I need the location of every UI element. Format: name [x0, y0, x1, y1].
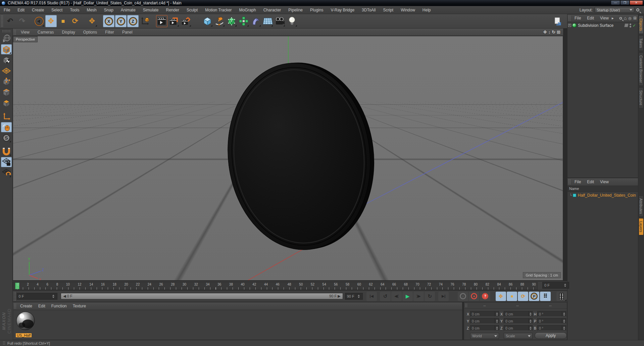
menu-item[interactable]: Window: [397, 6, 419, 14]
scale-field[interactable]: 0 cm: [504, 325, 533, 331]
tab-objects[interactable]: Objects: [639, 15, 644, 34]
rotation-field[interactable]: 0 °: [537, 325, 566, 331]
apply-button[interactable]: Apply: [535, 332, 567, 339]
material-item[interactable]: US_Half: [16, 311, 37, 338]
redo-button[interactable]: ↷: [16, 15, 28, 27]
viewport-menu-item[interactable]: Options: [79, 29, 101, 36]
goto-start-button[interactable]: |◀: [366, 292, 377, 301]
menu-item[interactable]: Mesh: [83, 6, 100, 14]
minimize-button[interactable]: —: [611, 0, 620, 5]
search-icon[interactable]: [636, 8, 639, 11]
menu-item[interactable]: Script: [379, 6, 397, 14]
menu-item[interactable]: 3DToAll: [358, 6, 379, 14]
coordinate-space-select[interactable]: World: [470, 333, 499, 339]
goto-end-button[interactable]: ▶|: [438, 292, 449, 301]
key-pla-button[interactable]: ⠿: [540, 292, 550, 301]
material-swatch[interactable]: [573, 194, 576, 197]
viewport-canvas[interactable]: Y Z X Perspective Grid Spacing : 1 cm: [13, 36, 563, 281]
previous-frame-button[interactable]: ◀(: [391, 292, 402, 301]
workplane-mode-button[interactable]: [1, 66, 12, 76]
menu-item[interactable]: Sculpt: [183, 6, 201, 14]
key-scale-button[interactable]: ■: [507, 292, 517, 301]
deformer-button[interactable]: [250, 15, 261, 27]
light-button[interactable]: [286, 15, 298, 27]
layout-select[interactable]: Startup (User): [595, 7, 634, 13]
record-sound-button[interactable]: ♪: [458, 292, 468, 301]
menu-item[interactable]: Character: [260, 6, 285, 14]
camera-button[interactable]: [274, 15, 286, 27]
menu-item[interactable]: File: [0, 6, 14, 14]
material-manager-grip[interactable]: [14, 303, 16, 309]
next-frame-button[interactable]: )▶: [413, 292, 424, 301]
tab-takes[interactable]: Takes: [639, 35, 644, 51]
viewport-menu-item[interactable]: Panel: [118, 29, 137, 36]
material-menu-item[interactable]: Function: [48, 302, 70, 310]
visibility-dots-icon[interactable]: [630, 23, 631, 28]
enable-axis-button[interactable]: [1, 111, 12, 121]
enabled-check-icon[interactable]: ✓: [633, 23, 636, 28]
preview-range-slider[interactable]: ◀ 0 F 90 F ▶: [61, 293, 343, 299]
end-frame-spinner[interactable]: 90 F: [345, 293, 363, 300]
timeline-window-button[interactable]: [556, 292, 567, 301]
coordinate-system-button[interactable]: [139, 15, 151, 27]
expand-icon[interactable]: +: [568, 24, 571, 27]
material-item-label[interactable]: US_Half: [16, 333, 32, 337]
coordinates-grip[interactable]: [465, 303, 467, 307]
layer-toggle-icon[interactable]: [624, 23, 629, 27]
viewport-menu-item[interactable]: Display: [58, 29, 79, 36]
rotation-field[interactable]: 0 °: [537, 311, 566, 317]
material-menu-item[interactable]: Edit: [35, 302, 48, 310]
live-selection-button[interactable]: ➤: [33, 15, 45, 27]
snap-magnet-button[interactable]: [1, 146, 12, 156]
rotation-field[interactable]: 0 °: [537, 318, 566, 324]
scale-field[interactable]: 0 cm: [504, 318, 533, 324]
tab-structure[interactable]: Structure: [639, 87, 644, 108]
add-primitive-button[interactable]: [202, 15, 213, 27]
object-label[interactable]: Subdivision Surface: [578, 23, 613, 28]
workplane-button[interactable]: [1, 168, 12, 178]
menu-item[interactable]: MoGraph: [236, 6, 260, 14]
menu-item[interactable]: Tools: [66, 6, 83, 14]
home-icon[interactable]: ⌂: [624, 15, 627, 21]
viewport-menu-item[interactable]: Cameras: [34, 29, 58, 36]
submenu-arrow-icon[interactable]: ▸: [612, 16, 614, 20]
menu-item[interactable]: V-Ray Bridge: [327, 6, 358, 14]
key-position-button[interactable]: ✥: [496, 292, 506, 301]
attribute-manager-grip[interactable]: [568, 179, 571, 185]
edges-mode-button[interactable]: [1, 87, 12, 97]
material-menu-item[interactable]: Texture: [70, 302, 89, 310]
close-button[interactable]: ✕: [630, 0, 643, 5]
viewport-menu-item[interactable]: View: [17, 29, 34, 36]
viewport-pan-icon[interactable]: ✥: [543, 30, 547, 35]
render-view-button[interactable]: [156, 15, 167, 27]
move-tool-button[interactable]: ✥: [45, 15, 57, 27]
current-frame-box[interactable]: 0 F: [542, 282, 569, 289]
object-row-subdivision-surface[interactable]: + Subdivision Surface ✓: [567, 22, 638, 29]
status-grip[interactable]: [3, 341, 5, 345]
play-backwards-button[interactable]: ↺: [380, 292, 390, 301]
key-parameter-button[interactable]: P: [529, 292, 539, 301]
layout-arrow-button[interactable]: [552, 15, 564, 27]
target-icon[interactable]: ◎: [628, 16, 632, 20]
attribute-manager-menu-item[interactable]: File: [572, 178, 584, 186]
menu-item[interactable]: Edit: [14, 6, 28, 14]
snap-settings-button[interactable]: S: [1, 133, 12, 143]
toolbar-grip[interactable]: [1, 15, 3, 27]
object-manager-grip[interactable]: [568, 15, 571, 21]
viewport-toggle-icon[interactable]: ⊞: [557, 30, 560, 35]
object-manager-menu-item[interactable]: Edit: [584, 14, 597, 22]
subdivision-surface-button[interactable]: [226, 15, 237, 27]
position-field[interactable]: 0 cm: [470, 325, 499, 331]
render-picture-viewer-button[interactable]: [168, 15, 180, 27]
lock-z-axis-button[interactable]: Z: [127, 15, 139, 27]
viewport-solo-button[interactable]: [1, 122, 12, 132]
scale-tool-button[interactable]: ■: [57, 15, 69, 27]
attribute-manager-menu-item[interactable]: View: [597, 178, 612, 186]
object-manager-menu-item[interactable]: View: [597, 14, 612, 22]
menu-item[interactable]: Help: [419, 6, 435, 14]
position-field[interactable]: 0 cm: [470, 318, 499, 324]
add-panel-icon[interactable]: ⊞: [633, 16, 637, 20]
menu-item[interactable]: Create: [28, 6, 48, 14]
mograph-cloner-button[interactable]: [238, 15, 249, 27]
viewport-zoom-icon[interactable]: ↕: [548, 30, 551, 35]
